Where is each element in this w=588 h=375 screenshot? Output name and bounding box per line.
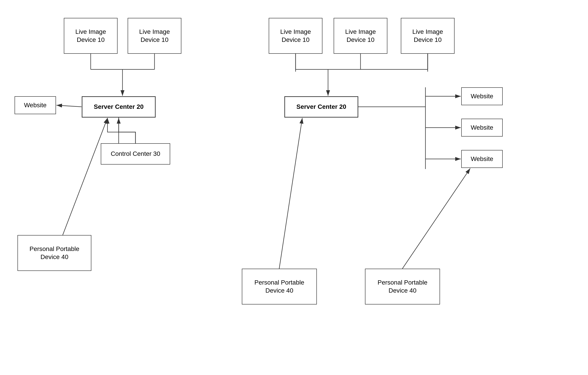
right-personal-device-2: Personal PortableDevice 40 bbox=[365, 269, 440, 304]
right-live-device-3: Live ImageDevice 10 bbox=[401, 18, 454, 54]
left-live-device-2: Live ImageDevice 10 bbox=[128, 18, 181, 54]
left-personal-device: Personal PortableDevice 40 bbox=[18, 235, 91, 271]
left-server-center: Server Center 20 bbox=[82, 96, 156, 117]
left-website: Website bbox=[15, 96, 56, 114]
svg-line-20 bbox=[402, 168, 470, 269]
left-live-device-1: Live ImageDevice 10 bbox=[64, 18, 117, 54]
right-live-device-1: Live ImageDevice 10 bbox=[269, 18, 322, 54]
right-website-3: Website bbox=[461, 150, 503, 168]
svg-line-6 bbox=[63, 118, 107, 235]
diagram-arrows bbox=[0, 0, 588, 375]
right-website-1: Website bbox=[461, 87, 503, 105]
svg-line-4 bbox=[56, 105, 82, 107]
right-server-center: Server Center 20 bbox=[284, 96, 358, 117]
right-website-2: Website bbox=[461, 119, 503, 136]
right-live-device-2: Live ImageDevice 10 bbox=[334, 18, 387, 54]
svg-line-19 bbox=[279, 118, 302, 269]
left-control-center: Control Center 30 bbox=[101, 143, 170, 165]
right-personal-device-1: Personal PortableDevice 40 bbox=[242, 269, 317, 304]
